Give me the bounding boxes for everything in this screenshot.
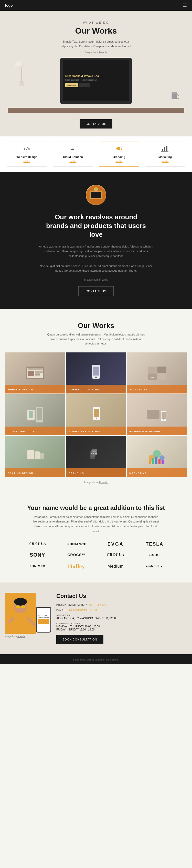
phone-mockup-text: We are a Web Design Agency — [38, 615, 49, 618]
portfolio-item-8[interactable]: MARKETING — [127, 436, 187, 477]
clients-description: Paragraph. Lorem ipsum dolor sit amet, c… — [32, 515, 160, 534]
svg-rect-19 — [91, 192, 101, 198]
svg-rect-14 — [164, 147, 165, 151]
svg-point-41 — [96, 417, 97, 419]
client-logo-7: asos — [150, 553, 160, 557]
laptop-mockup: Dreadlocks & Weave Spa Lorem ipsum dolor… — [60, 58, 132, 104]
portfolio-overlay-8: MARKETING — [127, 468, 187, 477]
service-card-marketing[interactable]: Marketing MORE — [145, 142, 185, 167]
client-logo-3: TESLA — [146, 541, 163, 547]
client-logo-1: ✦BINANCE — [67, 542, 86, 546]
portfolio-credit: Images from Freepik — [5, 481, 187, 484]
portfolio-freepik-link[interactable]: Freepik — [99, 481, 108, 484]
service-card-website[interactable]: </> Website Design MORE — [7, 142, 47, 167]
svg-marker-8 — [116, 147, 120, 150]
svg-rect-66 — [16, 606, 20, 608]
svg-rect-1 — [21, 67, 22, 83]
service-more-3[interactable]: MORE — [161, 160, 168, 163]
menu-icon[interactable]: ☰ — [183, 3, 187, 8]
portfolio-label-5: RESPONSIVE DESIGN — [129, 430, 160, 433]
svg-rect-67 — [21, 606, 25, 608]
book-consultation-button[interactable]: BOOK CONSULTATION — [56, 635, 104, 644]
freepik-link[interactable]: Freepik — [99, 51, 107, 54]
svg-rect-42 — [147, 410, 159, 418]
service-card-branding[interactable]: Branding MORE — [99, 142, 139, 167]
svg-rect-15 — [166, 146, 167, 151]
svg-rect-36 — [29, 411, 33, 418]
service-more-2[interactable]: MORE — [115, 160, 122, 163]
laptop-screen: Dreadlocks & Weave Spa Lorem ipsum dolor… — [63, 60, 129, 101]
logo[interactable]: logo — [5, 3, 13, 7]
portfolio-item-6[interactable]: GRAPHIC DESIGN — [5, 436, 65, 477]
client-logo-2: EVGA — [108, 541, 124, 547]
svg-text:SOLO: SOLO — [90, 452, 97, 455]
svg-rect-57 — [149, 460, 151, 464]
brands-freepik-link[interactable]: Freepik — [99, 278, 108, 281]
portfolio-item-7[interactable]: SOLO SOLO BRANDING — [66, 436, 126, 477]
service-more-0[interactable]: MORE — [23, 160, 30, 163]
svg-text:H+F: H+F — [151, 376, 154, 379]
client-logo-4: SONY — [30, 552, 45, 558]
portfolio-label-0: WEBSITE DESIGN — [8, 389, 33, 391]
client-logo-5: crocs™ — [67, 553, 85, 557]
portfolio-item-4[interactable]: MOBILE APPLICATION — [66, 394, 126, 435]
service-more-1[interactable]: MORE — [69, 160, 76, 163]
svg-rect-40 — [94, 409, 99, 417]
contact-info: Contact Us PHONE: (555)123-4567 (555)123… — [56, 593, 187, 644]
portfolio-item-0[interactable]: WEBSITE DESIGN — [5, 352, 65, 394]
portfolio-label-3: DIGITAL PRODUCT — [8, 430, 35, 433]
what-we-do-label: WHAT WE DO — [83, 21, 109, 24]
svg-line-10 — [121, 147, 122, 147]
portfolio-label-1: MOBILE APPLICATION — [69, 389, 101, 391]
svg-rect-28 — [93, 367, 99, 375]
portfolio-item-5[interactable]: RESPONSIVE DESIGN — [127, 394, 187, 435]
contact-inner: We are a Web Design Agency Image from Fr… — [5, 593, 187, 644]
hours-fri: FRIDAY – SUNDAY 15:00 - 19:00 — [56, 628, 94, 631]
contact-hours-detail: OPENING HOURS: MONDAY – THURSDAY 10:00 -… — [56, 622, 187, 631]
service-card-cloud[interactable]: ☁ Cloud Solution MORE — [53, 142, 93, 167]
brands-contact-button[interactable]: CONTACT US — [78, 286, 114, 296]
contact-email-detail: E-MAIL: INFO@SAMPLE.COM — [56, 609, 187, 612]
contact-freepik-link[interactable]: Freepik — [17, 635, 25, 638]
svg-rect-31 — [157, 367, 166, 373]
client-logo-6: CROLLA — [107, 553, 124, 557]
service-name-2: Branding — [113, 155, 125, 158]
laptop-title: Dreadlocks & Weave Spa — [65, 74, 127, 78]
svg-rect-44 — [161, 412, 166, 419]
svg-rect-63 — [13, 613, 28, 634]
svg-point-3 — [15, 60, 22, 67]
svg-text:</>: </> — [23, 147, 31, 151]
services-row: </> Website Design MORE ☁ Cloud Solution… — [0, 136, 192, 172]
svg-rect-60 — [158, 459, 160, 464]
email-value: INFO@SAMPLE.COM — [69, 609, 97, 612]
portfolio-overlay-1: MOBILE APPLICATION — [66, 385, 126, 394]
svg-point-29 — [95, 376, 97, 378]
clients-grid: CROLLA ✦BINANCE EVGA TESLA SONY crocs™ C… — [19, 541, 173, 570]
contact-person-image — [5, 593, 36, 634]
navigation: logo ☰ — [0, 0, 192, 11]
brands-credit: Images from Freepik — [84, 278, 108, 281]
contact-us-button[interactable]: CONTACT US — [80, 119, 113, 128]
svg-text:☁: ☁ — [70, 146, 74, 151]
phone-value: (555)123-4567 — [68, 603, 87, 607]
portfolio-label-8: MARKETING — [129, 472, 147, 474]
portfolio-title: Our Works — [5, 322, 187, 330]
client-logo-8: funimed — [30, 564, 45, 568]
service-name-0: Website Design — [16, 155, 37, 158]
portfolio-item-2[interactable]: H+F ANIMATIONS — [127, 352, 187, 394]
portfolio-item-1[interactable]: MOBILE APPLICATION — [66, 352, 126, 394]
svg-rect-23 — [28, 368, 43, 370]
svg-rect-30 — [148, 367, 157, 373]
hero-section: WHAT WE DO Our Works Simple Text. Lorem … — [0, 11, 192, 136]
svg-text:SOLO: SOLO — [91, 451, 96, 452]
client-logo-0: CROLLA — [29, 542, 46, 546]
portfolio-label-7: BRANDING — [69, 472, 84, 474]
laptop-subtitle: Lorem ipsum dolor sit amet consectetur — [65, 79, 127, 81]
svg-rect-9 — [116, 148, 117, 149]
contact-phone-detail: PHONE: (555)123-4567 (555)123-4567 — [56, 603, 187, 607]
portfolio-item-3[interactable]: DIGITAL PRODUCT — [5, 394, 65, 435]
brands-circle-image — [86, 185, 106, 205]
hours-label: OPENING HOURS: — [56, 622, 82, 625]
svg-rect-48 — [40, 453, 44, 459]
desk-lamp-icon — [15, 58, 28, 89]
